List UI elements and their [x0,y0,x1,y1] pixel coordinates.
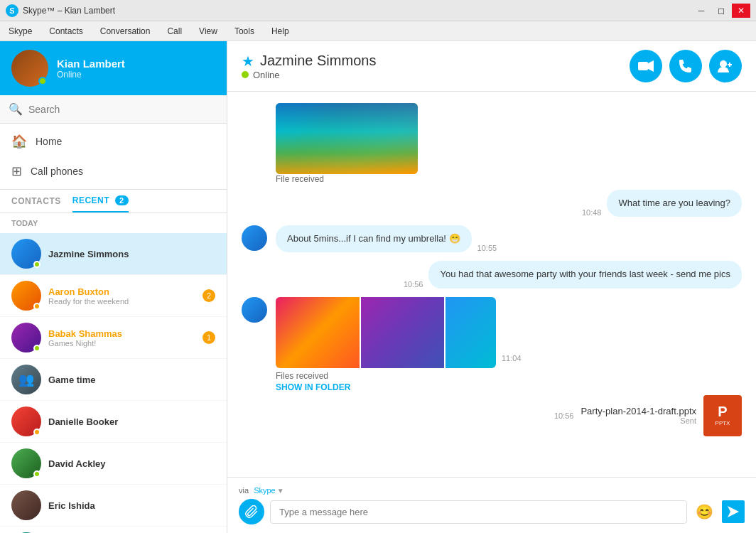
contact-info-game: Game time [48,375,215,385]
contact-subtext-babak: Games Night! [48,339,195,348]
file-received-label: File received [276,174,742,184]
contact-item-game[interactable]: 👥 Game time [0,359,227,401]
contact-name-babak: Babak Shammas [48,328,195,339]
contact-item-aaron[interactable]: Aaron Buxton Ready for the weekend 2 [0,275,227,317]
contact-item-jazmine[interactable]: Jazmine Simmons [0,233,227,275]
audio-call-button[interactable] [669,50,702,82]
msg-sent-2: You had that awesome party with your fri… [242,261,742,288]
contact-info-babak: Babak Shammas Games Night! [48,328,195,348]
msg-top-image-group: File received [242,103,742,184]
emoji-button[interactable]: 😊 [693,500,716,523]
menu-skype[interactable]: Skype [6,23,35,39]
status-indicator [38,77,47,85]
status-dot-david [33,470,40,478]
phone-icon [679,59,693,73]
contact-item-babak[interactable]: Babak Shammas Games Night! 1 [0,317,227,359]
title-bar-left: S Skype™ – Kian Lambert [6,4,115,17]
contact-avatar-eric [11,490,41,520]
photo-2 [361,297,445,368]
via-skype-row: via Skype ▼ [239,486,745,495]
menu-tools[interactable]: Tools [232,23,257,39]
sidebar: Kian Lambert Online 🔍 🏠 Home ⊞ Call phon… [0,41,227,533]
pptx-icon-ext: PPTX [716,420,730,426]
avatar-container [11,50,48,87]
contact-item-david[interactable]: David Ackley [0,443,227,485]
video-icon [638,60,654,72]
nav-items: 🏠 Home ⊞ Call phones [0,124,227,190]
nav-home-label: Home [36,136,62,147]
chat-actions [630,50,742,82]
add-contact-button[interactable] [709,50,742,82]
restore-button[interactable]: ◻ [712,4,730,18]
top-image-placeholder [276,103,418,174]
status-dot-babak [33,345,40,352]
show-in-folder-link[interactable]: SHOW IN FOLDER [276,382,496,392]
menu-contacts[interactable]: Contacts [46,23,85,39]
photos-container [276,297,496,368]
nav-call-phones[interactable]: ⊞ Call phones [0,156,227,186]
msg-avatar-jazmine [242,225,267,251]
chat-header-left: ★ Jazmine Simmons Online [242,53,376,80]
menu-help[interactable]: Help [269,23,292,39]
contact-avatar-jazmine [11,239,41,269]
contact-name-david: David Ackley [48,458,215,469]
contact-item-eric[interactable]: Eric Ishida [0,485,227,527]
app-body: Kian Lambert Online 🔍 🏠 Home ⊞ Call phon… [0,41,756,533]
msg-time-received-1: 10:55 [477,244,497,252]
contact-badge-babak: 1 [202,331,215,344]
contact-item-joshua[interactable]: Joshua Murphy [0,527,227,533]
recent-badge: 2 [115,195,129,205]
contact-info-danielle: Danielle Booker [48,416,215,427]
svg-point-2 [720,60,727,68]
profile-name: Kian Lambert [57,58,215,70]
contact-name-aaron: Aaron Buxton [48,286,195,297]
title-text: Skype™ – Kian Lambert [23,6,115,16]
minimize-button[interactable]: ─ [692,4,711,18]
pptx-icon: P PPTX [703,395,742,436]
tab-recent[interactable]: RECENT 2 [72,195,129,212]
contact-name-danielle: Danielle Booker [48,416,215,427]
menu-call[interactable]: Call [164,23,185,39]
msg-time-photos: 11:04 [502,297,522,362]
chat-messages-wrap: File received What time are you leaving?… [227,92,756,477]
home-icon: 🏠 [11,134,27,149]
profile-info: Kian Lambert Online [57,58,215,80]
chat-contact-name: ★ Jazmine Simmons [242,53,376,70]
msg-time-file: 10:56 [554,411,574,420]
msg-sent-file: P PPTX Party-plan-2014-1-draft.pptx Sent… [242,395,742,436]
video-call-button[interactable] [630,50,662,82]
msg-time-sent-1: 10:48 [582,208,602,217]
title-controls: ─ ◻ ✕ [692,4,750,18]
call-phones-icon: ⊞ [11,163,22,179]
message-input[interactable] [270,500,687,524]
contact-item-danielle[interactable]: Danielle Booker [0,401,227,443]
nav-home[interactable]: 🏠 Home [0,126,227,156]
menu-conversation[interactable]: Conversation [97,23,153,39]
contact-avatar-danielle [11,407,41,436]
msg-received-photos: Files received SHOW IN FOLDER 11:04 [242,297,742,392]
search-icon: 🔍 [9,102,23,116]
search-input[interactable] [28,104,218,115]
menu-bar: Skype Contacts Conversation Call View To… [0,21,756,41]
contact-avatar-babak [11,323,41,352]
msg-top-image [276,103,742,174]
star-icon: ★ [242,53,254,70]
chat-panel: ★ Jazmine Simmons Online [227,41,756,533]
send-button[interactable] [722,500,745,523]
paperclip-icon [245,505,258,518]
contact-info-eric: Eric Ishida [48,500,215,511]
send-icon [728,506,739,517]
attach-button[interactable] [239,499,264,524]
close-button[interactable]: ✕ [732,4,750,18]
contact-badge-aaron: 2 [202,289,215,302]
via-skype-link[interactable]: Skype [254,486,276,495]
chat-messages: File received What time are you leaving?… [227,92,756,477]
skype-logo: S [6,4,18,17]
photo-1 [276,297,360,368]
input-row: 😊 [239,499,745,524]
menu-view[interactable]: View [196,23,220,39]
contact-info-jazmine: Jazmine Simmons [48,249,215,259]
contact-info-aaron: Aaron Buxton Ready for the weekend [48,286,195,306]
tab-contacts[interactable]: CONTACTS [11,196,61,212]
chat-footer: via Skype ▼ 😊 [227,477,756,533]
